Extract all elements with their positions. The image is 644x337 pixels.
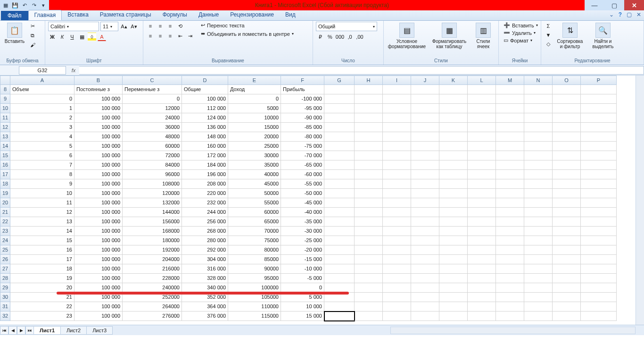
font-color-icon[interactable]: A: [98, 33, 106, 41]
row-header-25[interactable]: 25: [0, 245, 10, 255]
cell-J21[interactable]: [411, 208, 439, 217]
minimize-button[interactable]: —: [585, 0, 604, 10]
cell-L21[interactable]: [468, 208, 496, 217]
cell-M8[interactable]: [496, 85, 524, 94]
decrease-decimal-icon[interactable]: ,00: [355, 33, 364, 41]
cell-E17[interactable]: 40000: [228, 170, 281, 179]
thousands-icon[interactable]: 000: [336, 33, 344, 41]
maximize-button[interactable]: ▢: [604, 0, 624, 10]
paste-button[interactable]: 📋 Вставить: [3, 22, 26, 45]
close-workbook-icon[interactable]: ✕: [636, 11, 641, 18]
cell-C29[interactable]: 240000: [123, 283, 182, 293]
cell-K20[interactable]: [439, 198, 468, 208]
cell-J20[interactable]: [411, 198, 439, 208]
cell-E18[interactable]: 45000: [228, 179, 281, 189]
cell-I23[interactable]: [383, 227, 411, 236]
cell-F19[interactable]: -50 000: [281, 189, 324, 198]
cell-C16[interactable]: 84000: [123, 160, 182, 170]
row-header-14[interactable]: 14: [0, 142, 10, 151]
cut-icon[interactable]: ✂: [28, 22, 37, 30]
cell-O9[interactable]: [553, 94, 581, 104]
col-header-K[interactable]: K: [439, 76, 468, 85]
cell-M10[interactable]: [496, 104, 524, 113]
cell-F23[interactable]: -30 000: [281, 227, 324, 236]
cell-I8[interactable]: [383, 85, 411, 94]
cell-I22[interactable]: [383, 217, 411, 227]
cell-C31[interactable]: 264000: [123, 302, 182, 312]
cell-H17[interactable]: [355, 170, 383, 179]
cell-P29[interactable]: [581, 283, 617, 293]
cell-P20[interactable]: [581, 198, 617, 208]
cell-B15[interactable]: 100 000: [74, 151, 123, 160]
cell-J11[interactable]: [411, 113, 439, 123]
cell-N19[interactable]: [524, 189, 553, 198]
font-name-combo[interactable]: Calibri▾: [48, 22, 99, 31]
cell-K18[interactable]: [439, 179, 468, 189]
cell-P21[interactable]: [581, 208, 617, 217]
cell-L14[interactable]: [468, 142, 496, 151]
cell-N23[interactable]: [524, 227, 553, 236]
cell-K9[interactable]: [439, 94, 468, 104]
cell-F9[interactable]: -100 000: [281, 94, 324, 104]
cell-P13[interactable]: [581, 132, 617, 142]
cell-G8[interactable]: [324, 85, 355, 94]
cell-N32[interactable]: [524, 312, 553, 321]
cell-I19[interactable]: [383, 189, 411, 198]
cell-K16[interactable]: [439, 160, 468, 170]
cell-N17[interactable]: [524, 170, 553, 179]
cell-P26[interactable]: [581, 255, 617, 264]
cell-C26[interactable]: 204000: [123, 255, 182, 264]
cell-F26[interactable]: -15 000: [281, 255, 324, 264]
align-left-icon[interactable]: ≡: [146, 32, 155, 40]
cell-G17[interactable]: [324, 170, 355, 179]
cell-G10[interactable]: [324, 104, 355, 113]
cell-O10[interactable]: [553, 104, 581, 113]
cell-O27[interactable]: [553, 264, 581, 274]
cell-K10[interactable]: [439, 104, 468, 113]
col-header-H[interactable]: H: [355, 76, 383, 85]
cell-D18[interactable]: 208 000: [182, 179, 228, 189]
cell-G23[interactable]: [324, 227, 355, 236]
cell-A31[interactable]: 22: [10, 302, 74, 312]
cell-D10[interactable]: 112 000: [182, 104, 228, 113]
number-format-combo[interactable]: Общий▾: [316, 22, 377, 31]
cell-C25[interactable]: 192000: [123, 245, 182, 255]
cell-L19[interactable]: [468, 189, 496, 198]
cell-A21[interactable]: 12: [10, 208, 74, 217]
cell-A24[interactable]: 15: [10, 236, 74, 245]
align-bottom-icon[interactable]: ≡: [166, 22, 174, 30]
cell-D9[interactable]: 100 000: [182, 94, 228, 104]
cell-O29[interactable]: [553, 283, 581, 293]
row-header-9[interactable]: 9: [0, 94, 10, 104]
tab-формулы[interactable]: Формулы: [157, 10, 193, 20]
orientation-icon[interactable]: ⟲: [176, 22, 184, 30]
cell-E9[interactable]: 0: [228, 94, 281, 104]
cell-D14[interactable]: 160 000: [182, 142, 228, 151]
cell-A27[interactable]: 18: [10, 264, 74, 274]
cell-G27[interactable]: [324, 264, 355, 274]
cell-J14[interactable]: [411, 142, 439, 151]
cell-F18[interactable]: -55 000: [281, 179, 324, 189]
col-header-F[interactable]: F: [281, 76, 324, 85]
cell-E27[interactable]: 90000: [228, 264, 281, 274]
cell-D11[interactable]: 124 000: [182, 113, 228, 123]
cell-K8[interactable]: [439, 85, 468, 94]
cell-E22[interactable]: 65000: [228, 217, 281, 227]
cell-C24[interactable]: 180000: [123, 236, 182, 245]
cell-O17[interactable]: [553, 170, 581, 179]
row-header-15[interactable]: 15: [0, 151, 10, 160]
cell-I17[interactable]: [383, 170, 411, 179]
cell-D12[interactable]: 136 000: [182, 123, 228, 132]
cell-E23[interactable]: 70000: [228, 227, 281, 236]
cell-I11[interactable]: [383, 113, 411, 123]
cell-I14[interactable]: [383, 142, 411, 151]
cell-I9[interactable]: [383, 94, 411, 104]
cell-E19[interactable]: 50000: [228, 189, 281, 198]
cell-D22[interactable]: 256 000: [182, 217, 228, 227]
cell-A26[interactable]: 17: [10, 255, 74, 264]
font-size-combo[interactable]: 11▾: [100, 22, 118, 31]
cell-D16[interactable]: 184 000: [182, 160, 228, 170]
cell-P17[interactable]: [581, 170, 617, 179]
cell-F25[interactable]: -20 000: [281, 245, 324, 255]
row-header-13[interactable]: 13: [0, 132, 10, 142]
